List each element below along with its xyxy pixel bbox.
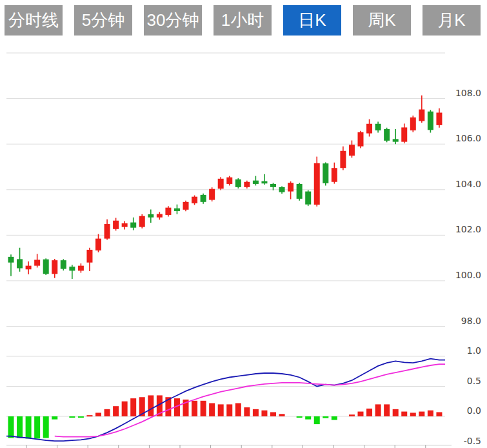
macd-bar-down bbox=[78, 416, 84, 418]
macd-bar-up bbox=[209, 403, 215, 416]
candle-body-up bbox=[122, 223, 128, 227]
candle-body-down bbox=[375, 124, 381, 130]
macd-bar-up bbox=[393, 409, 399, 416]
candle-body-up bbox=[113, 221, 119, 229]
candle-body-down bbox=[305, 192, 311, 205]
candle-body-up bbox=[349, 145, 355, 156]
candle-body-up bbox=[366, 124, 372, 134]
candle-body-up bbox=[78, 266, 84, 271]
candle-body-down bbox=[393, 139, 399, 141]
candle-body-down bbox=[8, 257, 14, 263]
candle-body-up bbox=[314, 163, 320, 205]
candle-body-down bbox=[323, 163, 328, 183]
candle-body-up bbox=[410, 117, 416, 130]
candle-body-up bbox=[244, 182, 250, 187]
macd-bar-up bbox=[261, 411, 267, 416]
macd-bar-up bbox=[104, 409, 110, 416]
candle-body-up bbox=[165, 208, 171, 215]
macd-bar-up bbox=[253, 409, 259, 416]
candle-body-up bbox=[358, 132, 364, 147]
macd-bar-up bbox=[113, 406, 119, 416]
kline-chart: 108.0106.0104.0102.0100.098.01.00.50.0-0… bbox=[0, 0, 487, 448]
candle-body-up bbox=[86, 250, 92, 263]
candle-body-down bbox=[61, 260, 66, 269]
candle-body-up bbox=[401, 127, 407, 141]
candle-body-down bbox=[17, 259, 23, 268]
macd-bar-up bbox=[375, 404, 381, 416]
macd-bar-up bbox=[201, 401, 206, 416]
macd-bar-up bbox=[428, 411, 433, 416]
macd-bar-down bbox=[332, 416, 337, 420]
macd-bar-up bbox=[436, 412, 442, 416]
macd-bar-down bbox=[34, 416, 40, 438]
candle-body-down bbox=[297, 184, 303, 199]
macd-bar-up bbox=[192, 401, 197, 416]
price-tick-label: 98.0 bbox=[461, 316, 481, 326]
candle-body-up bbox=[157, 214, 163, 218]
indicator-tick-label: -0.5 bbox=[464, 436, 481, 446]
candle-body-up bbox=[288, 183, 293, 191]
x-axis bbox=[6, 445, 452, 448]
macd-bar-up bbox=[122, 402, 128, 416]
indicator-axis-labels: 1.00.50.0-0.5 bbox=[464, 345, 481, 446]
macd-bar-down bbox=[26, 416, 32, 438]
macd-bar-up bbox=[130, 398, 136, 416]
candle-body-up bbox=[139, 216, 145, 227]
price-tick-label: 102.0 bbox=[455, 224, 481, 234]
macd-bar-up bbox=[270, 412, 276, 416]
candle-body-up bbox=[183, 202, 189, 210]
candle-body-down bbox=[253, 181, 259, 184]
macd-bar-down bbox=[323, 416, 328, 418]
candle-body-down bbox=[270, 184, 276, 187]
indicator-tick-label: 1.0 bbox=[467, 345, 481, 356]
candle-body-down bbox=[279, 187, 285, 192]
price-tick-label: 106.0 bbox=[455, 133, 481, 143]
candle-body-up bbox=[226, 178, 232, 184]
macd-bar-up bbox=[95, 412, 101, 416]
candle-body-down bbox=[130, 223, 136, 228]
macd-bar-up bbox=[366, 409, 372, 416]
candle-body-down bbox=[384, 129, 390, 141]
macd-bar-down bbox=[69, 416, 75, 418]
candle-body-up bbox=[340, 151, 346, 168]
macd-bar-up bbox=[349, 414, 355, 416]
macd-dif-line bbox=[6, 359, 445, 441]
candle-body-up bbox=[104, 224, 110, 239]
macd-bar-up bbox=[218, 404, 224, 416]
candle-body-down bbox=[69, 267, 75, 270]
price-tick-label: 104.0 bbox=[455, 179, 481, 189]
indicator-tick-label: 0.0 bbox=[467, 405, 481, 416]
macd-bar-up bbox=[235, 403, 241, 416]
candle-body-up bbox=[192, 197, 197, 203]
candlestick-series bbox=[8, 96, 442, 279]
candle-body-down bbox=[201, 195, 206, 202]
indicator-tick-label: 0.5 bbox=[467, 376, 481, 386]
candle-body-up bbox=[218, 179, 224, 189]
macd-bar-up bbox=[384, 404, 390, 416]
macd-bar-up bbox=[358, 412, 364, 416]
macd-bar-down bbox=[17, 416, 23, 438]
candle-body-up bbox=[95, 239, 101, 250]
macd-bar-up bbox=[401, 412, 407, 416]
macd-bar-up bbox=[410, 412, 416, 416]
candle-body-down bbox=[148, 214, 154, 218]
macd-bar-up bbox=[148, 395, 154, 416]
macd-bar-down bbox=[297, 416, 303, 418]
price-gridlines bbox=[6, 53, 445, 326]
candle-body-up bbox=[419, 110, 424, 121]
candle-body-up bbox=[52, 260, 57, 274]
macd-bar-down bbox=[305, 416, 311, 420]
candle-body-down bbox=[261, 181, 267, 184]
macd-bar-up bbox=[226, 404, 232, 416]
macd-bar-down bbox=[8, 416, 14, 438]
candle-body-up bbox=[209, 189, 215, 200]
candle-body-up bbox=[332, 168, 337, 182]
macd-bar-down bbox=[52, 416, 57, 420]
macd-bar-down bbox=[314, 416, 320, 424]
macd-histogram bbox=[8, 395, 442, 438]
candle-body-down bbox=[174, 209, 180, 211]
candle-body-up bbox=[34, 260, 40, 265]
macd-bar-up bbox=[419, 412, 424, 416]
candle-body-down bbox=[428, 112, 433, 130]
macd-bar-down bbox=[43, 416, 49, 438]
